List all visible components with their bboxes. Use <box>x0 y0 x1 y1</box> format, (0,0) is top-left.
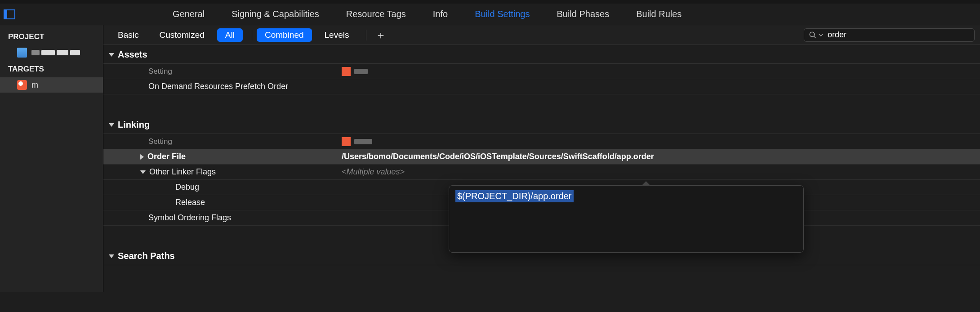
column-setting-label: Setting <box>103 67 337 76</box>
search-icon <box>809 31 817 39</box>
value-editor-popover[interactable]: $(PROJECT_DIR)/app.order <box>449 185 804 253</box>
row-other-linker-flags[interactable]: Other Linker Flags <Multiple values> <box>103 165 980 180</box>
disclosure-right-icon <box>140 154 144 160</box>
filter-customized[interactable]: Customized <box>151 28 212 42</box>
target-column-icon <box>342 137 351 146</box>
section-linking-label: Linking <box>118 120 150 130</box>
disclosure-down-icon <box>109 53 114 57</box>
target-name: m <box>31 80 38 90</box>
app-target-icon <box>17 80 27 90</box>
xcodeproj-icon <box>17 48 27 58</box>
order-file-label: Order File <box>147 152 186 161</box>
row-odr-prefetch[interactable]: On Demand Resources Prefetch Order <box>103 79 980 94</box>
tab-info[interactable]: Info <box>419 4 461 25</box>
tab-general[interactable]: General <box>159 4 218 25</box>
filter-combined[interactable]: Combined <box>257 28 312 42</box>
filter-levels[interactable]: Levels <box>316 28 357 42</box>
project-sidebar: PROJECT TARGETS m <box>0 25 103 292</box>
tab-resource-tags[interactable]: Resource Tags <box>333 4 419 25</box>
other-linker-flags-value[interactable]: <Multiple values> <box>337 167 980 177</box>
column-setting-label: Setting <box>103 137 337 146</box>
section-linking[interactable]: Linking <box>103 115 980 134</box>
release-label: Release <box>103 198 337 207</box>
column-header-row-linking: Setting <box>103 134 980 149</box>
sidebar-targets-header: TARGETS <box>0 60 103 77</box>
tab-build-rules[interactable]: Build Rules <box>623 4 695 25</box>
tab-signing[interactable]: Signing & Capabilities <box>218 4 333 25</box>
disclosure-down-icon <box>109 123 114 127</box>
svg-point-0 <box>810 32 815 37</box>
add-setting-icon[interactable]: ＋ <box>375 28 386 42</box>
filter-bar: Basic Customized All Combined Levels ＋ <box>103 25 980 45</box>
row-order-file[interactable]: Order File /Users/bomo/Documents/Code/iO… <box>103 149 980 165</box>
disclosure-down-icon <box>140 170 146 174</box>
sidebar-project-header: PROJECT <box>0 28 103 45</box>
filter-basic[interactable]: Basic <box>110 28 147 42</box>
sidebar-target-item[interactable]: m <box>0 77 103 93</box>
symbol-ordering-label: Symbol Ordering Flags <box>103 213 337 223</box>
build-settings-main: Basic Customized All Combined Levels ＋ A… <box>103 25 980 292</box>
odr-prefetch-label: On Demand Resources Prefetch Order <box>103 82 337 91</box>
tab-build-settings[interactable]: Build Settings <box>461 4 543 25</box>
sidebar-project-item[interactable] <box>0 45 103 60</box>
editor-tabs: General Signing & Capabilities Resource … <box>0 4 980 25</box>
navigator-toggle-icon[interactable] <box>4 9 15 19</box>
search-box[interactable] <box>804 28 975 42</box>
other-linker-flags-label: Other Linker Flags <box>149 167 216 177</box>
column-header-row: Setting <box>103 64 980 79</box>
search-input[interactable] <box>828 30 970 40</box>
section-search-paths-label: Search Paths <box>118 251 175 261</box>
filter-all[interactable]: All <box>217 28 243 42</box>
section-assets-label: Assets <box>118 49 147 60</box>
section-assets[interactable]: Assets <box>103 45 980 64</box>
disclosure-down-icon <box>109 254 114 258</box>
svg-line-1 <box>814 36 816 38</box>
popover-selected-text[interactable]: $(PROJECT_DIR)/app.order <box>455 190 574 202</box>
target-column-icon <box>342 67 351 76</box>
tab-build-phases[interactable]: Build Phases <box>543 4 623 25</box>
debug-label: Debug <box>103 183 337 192</box>
order-file-value[interactable]: /Users/bomo/Documents/Code/iOS/iOSTempla… <box>337 152 980 161</box>
chevron-down-icon <box>819 33 823 37</box>
